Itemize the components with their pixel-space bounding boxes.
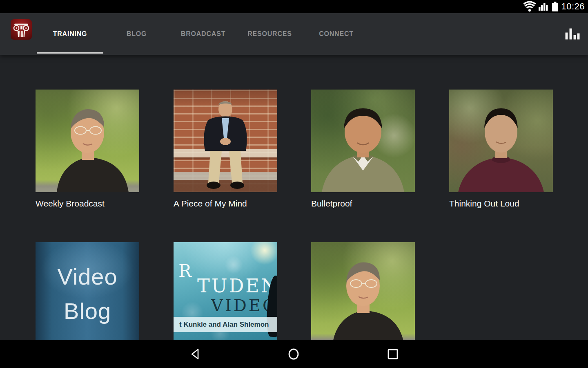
card-weekly-broadcast[interactable] xyxy=(36,90,139,192)
card-video-blog[interactable]: Video Blog xyxy=(36,242,139,346)
student-videos-byline: t Kunkle and Alan Shlemon xyxy=(174,317,277,332)
tab-bar: TRAINING BLOG BROADCAST RESOURCES CONNEC… xyxy=(37,13,370,55)
clock: 10:26 xyxy=(561,1,585,12)
bar-chart-icon xyxy=(564,26,580,42)
app-logo[interactable] xyxy=(11,19,32,40)
card-a-piece-of-my-mind[interactable] xyxy=(174,90,277,192)
selected-tab-indicator xyxy=(37,52,103,54)
home-icon xyxy=(287,348,300,360)
student-videos-artwork: R TUDENT VIDEOS t Kunkle and Alan Shlemo… xyxy=(174,242,277,346)
card-bulletproof[interactable] xyxy=(311,90,415,192)
toolbar: TRAINING BLOG BROADCAST RESOURCES CONNEC… xyxy=(0,13,588,55)
wifi-icon xyxy=(523,1,536,12)
photo-man-maroon-shirt xyxy=(449,90,553,192)
photo-man-glasses-park-2 xyxy=(311,242,415,346)
stats-button[interactable] xyxy=(564,26,580,42)
card-title-bulletproof: Bulletproof xyxy=(311,199,434,209)
card-title-weekly-broadcast: Weekly Broadcast xyxy=(36,199,158,209)
recents-icon xyxy=(387,348,399,360)
tab-blog-label: BLOG xyxy=(127,30,147,38)
tab-training[interactable]: TRAINING xyxy=(37,13,103,55)
student-videos-title-main: TUDENT xyxy=(197,275,277,297)
card-man-glasses-park-2[interactable] xyxy=(311,242,415,346)
cellular-signal-icon xyxy=(539,2,549,11)
card-title-a-piece-of-my-mind: A Piece of My Mind xyxy=(174,199,296,209)
tab-blog[interactable]: BLOG xyxy=(103,13,170,55)
student-videos-corner-letter: R xyxy=(178,261,192,281)
photo-man-olive-shirt xyxy=(311,90,415,192)
recents-button[interactable] xyxy=(387,348,399,360)
tab-connect-label: CONNECT xyxy=(319,30,354,38)
app-screen: 10:26 TRAINING BLOG xyxy=(0,0,588,368)
tab-training-label: TRAINING xyxy=(53,30,87,38)
card-student-videos[interactable]: R TUDENT VIDEOS t Kunkle and Alan Shlemo… xyxy=(174,242,277,346)
back-icon xyxy=(190,348,200,360)
column-logo-icon xyxy=(12,21,30,38)
card-title-thinking-out-loud: Thinking Out Loud xyxy=(449,199,572,209)
status-bar: 10:26 xyxy=(0,0,588,13)
photo-man-sitting-brick-bench xyxy=(174,90,277,192)
home-button[interactable] xyxy=(287,348,300,360)
tab-resources-label: RESOURCES xyxy=(247,30,292,38)
video-blog-artwork: Video Blog xyxy=(36,242,139,346)
video-blog-text-line2: Blog xyxy=(64,294,111,328)
tab-broadcast[interactable]: BROADCAST xyxy=(170,13,236,55)
battery-icon xyxy=(552,2,558,11)
tab-broadcast-label: BROADCAST xyxy=(181,30,225,38)
tab-connect[interactable]: CONNECT xyxy=(303,13,370,55)
video-blog-text-line1: Video xyxy=(57,260,117,294)
card-thinking-out-loud[interactable] xyxy=(449,90,553,192)
tab-resources[interactable]: RESOURCES xyxy=(236,13,303,55)
back-button[interactable] xyxy=(189,348,201,360)
navigation-bar xyxy=(0,340,588,368)
photo-man-glasses-park xyxy=(36,90,139,192)
